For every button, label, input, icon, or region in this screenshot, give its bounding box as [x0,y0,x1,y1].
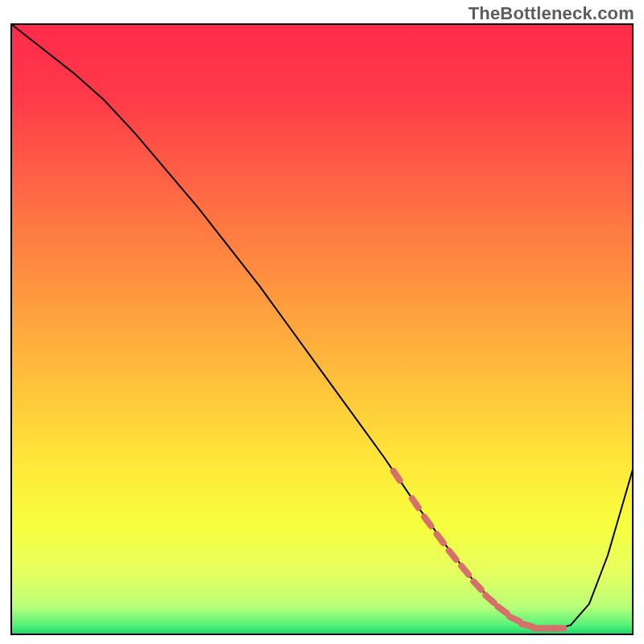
highlight-marker [510,617,520,621]
bottleneck-chart [0,0,644,644]
chart-container: TheBottleneck.com [0,0,644,644]
plot-background [11,24,633,634]
highlight-marker [522,624,533,626]
